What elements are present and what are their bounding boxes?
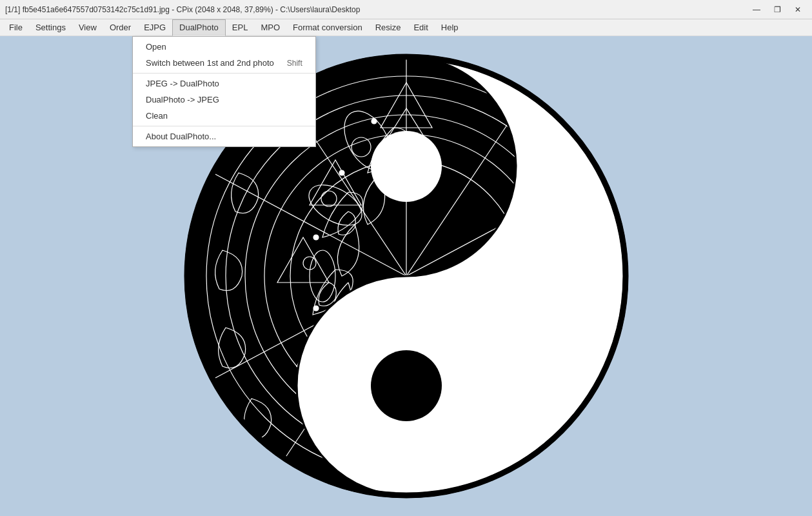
dropdown-dual-to-jpeg-label: DualPhoto -> JPEG [146, 95, 219, 104]
dropdown-switch-label: Switch between 1st and 2nd photo [146, 58, 274, 68]
title-controls: — ❐ ✕ [748, 3, 807, 16]
menu-view[interactable]: View [72, 19, 103, 36]
maximize-button[interactable]: ❐ [768, 3, 786, 16]
menu-epl[interactable]: EPL [226, 19, 255, 36]
menu-mpo[interactable]: MPO [254, 19, 286, 36]
svg-point-32 [313, 235, 319, 240]
menu-bar: File Settings View Order EJPG DualPhoto … [0, 19, 812, 36]
dropdown-dual-to-jpeg[interactable]: DualPhoto -> JPEG [133, 92, 315, 108]
menu-formatconversion[interactable]: Format conversion [286, 19, 369, 36]
dropdown-jpeg-to-dual-label: JPEG -> DualPhoto [146, 79, 219, 88]
dropdown-jpeg-to-dual[interactable]: JPEG -> DualPhoto [133, 75, 315, 92]
dropdown-clean[interactable]: Clean [133, 108, 315, 124]
menu-help[interactable]: Help [435, 19, 465, 36]
menu-order[interactable]: Order [103, 19, 137, 36]
dropdown-sep1 [133, 73, 315, 74]
dropdown-about-label: About DualPhoto... [146, 132, 216, 141]
menu-settings[interactable]: Settings [29, 19, 72, 36]
image-container [0, 36, 812, 516]
dropdown-about[interactable]: About DualPhoto... [133, 128, 315, 144]
dropdown-open-label: Open [146, 42, 166, 52]
dropdown-open[interactable]: Open [133, 39, 315, 55]
svg-point-30 [371, 119, 377, 124]
svg-point-33 [313, 306, 319, 311]
dropdown-clean-label: Clean [146, 111, 168, 121]
content-area [0, 36, 812, 516]
dualphoto-dropdown: Open Switch between 1st and 2nd photo Sh… [132, 36, 316, 147]
close-button[interactable]: ✕ [789, 3, 807, 16]
svg-point-31 [339, 170, 344, 175]
menu-file[interactable]: File [3, 19, 29, 36]
dropdown-switch-shortcut: Shift [287, 59, 302, 68]
title-text: [1/1] fb5e451a6e647557d0753142c75c1d91.j… [5, 5, 360, 14]
title-bar: [1/1] fb5e451a6e647557d0753142c75c1d91.j… [0, 0, 812, 19]
menu-ejpg[interactable]: EJPG [137, 19, 172, 36]
minimize-button[interactable]: — [748, 3, 766, 16]
menu-edit[interactable]: Edit [407, 19, 434, 36]
dropdown-sep2 [133, 126, 315, 126]
menu-resize[interactable]: Resize [369, 19, 408, 36]
svg-point-2 [371, 350, 442, 421]
menu-dualphoto[interactable]: DualPhoto [172, 19, 226, 36]
dropdown-switch[interactable]: Switch between 1st and 2nd photo Shift [133, 55, 315, 71]
